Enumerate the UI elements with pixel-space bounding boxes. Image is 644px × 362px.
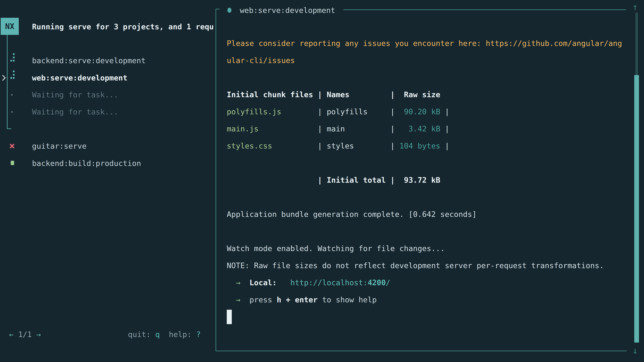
note-line: NOTE: Raw file sizes do not reflect deve… — [227, 257, 622, 274]
sidebar-item-backend-serve[interactable]: backend:serve:development — [32, 56, 146, 66]
task-group-line — [7, 35, 8, 129]
table-total-row: | Initial total | 93.72 kB — [227, 172, 622, 189]
watch-mode-line: Watch mode enabled. Watching for file ch… — [227, 240, 622, 257]
nx-logo: NX — [1, 18, 19, 35]
arrow-right-icon: → — [236, 278, 240, 287]
local-url-line: → Local: http://localhost:4200/ — [227, 274, 622, 291]
nx-terminal-ui: NX Running serve for 3 projects, and 1 r… — [0, 0, 644, 362]
scrollbar-thumb[interactable] — [634, 75, 639, 343]
task-success-icon — [11, 161, 14, 165]
quit-key: q — [155, 330, 160, 339]
local-label: Local: — [250, 278, 277, 287]
page-next-arrow[interactable]: → — [36, 330, 41, 339]
cell-divider: | — [440, 141, 449, 150]
panel-left-border — [216, 9, 216, 351]
waiting-dot-icon — [11, 111, 13, 113]
notice-line: ular-cli/issues — [227, 52, 622, 69]
sidebar-item-backend-build[interactable]: backend:build:production — [32, 158, 141, 168]
gap — [240, 295, 250, 304]
help-keys: h + enter — [277, 295, 318, 304]
page-indicator: 1/1 — [14, 330, 36, 339]
scroll-up-icon[interactable]: ↑ — [629, 2, 641, 12]
help-hint-label: help: — [160, 330, 196, 339]
indent — [227, 295, 236, 304]
blank-line — [227, 189, 622, 206]
panel-bottom-border — [216, 351, 627, 351]
table-row: polyfills.js | polyfills | 90.20 kB | — [227, 103, 622, 120]
table-row: main.js | main | 3.42 kB | — [227, 120, 622, 137]
chunk-name-cell: | polyfills | — [281, 107, 395, 116]
notice-line: Please consider reporting any issues you… — [227, 35, 622, 52]
cursor-block — [227, 310, 232, 324]
sidebar-item-web-serve[interactable]: web:serve:development — [32, 73, 128, 83]
sidebar-item-waiting-2[interactable]: Waiting for task... — [32, 107, 118, 117]
local-url[interactable]: http://localhost: — [290, 278, 368, 287]
blank-line — [227, 155, 622, 172]
keyboard-hints: quit: q help: ? — [128, 330, 201, 340]
chunk-file-name: styles.css — [227, 141, 272, 150]
sidebar-item-guitar-serve[interactable]: guitar:serve — [32, 141, 86, 151]
chunk-size: 90.20 kB — [395, 107, 440, 116]
terminal-output: Please consider reporting any issues you… — [227, 35, 622, 308]
spinner-icon — [10, 53, 15, 62]
help-text-pre: press — [250, 295, 277, 304]
blank-line — [227, 223, 622, 240]
arrow-right-icon: → — [236, 295, 240, 304]
chunk-size: 104 bytes — [395, 141, 440, 150]
chunk-file-name: polyfills.js — [227, 107, 281, 116]
pagination: ← 1/1 → — [9, 330, 41, 340]
scroll-down-icon[interactable]: ↓ — [629, 346, 641, 356]
spinner-icon — [10, 70, 15, 79]
page-prev-arrow[interactable]: ← — [9, 330, 14, 339]
quit-hint-label: quit: — [128, 330, 155, 339]
task-failed-icon: × — [8, 141, 16, 151]
task-group-line-foot — [7, 128, 11, 129]
panel-title: web:serve:development — [240, 5, 335, 15]
sidebar-item-waiting-1[interactable]: Waiting for task... — [32, 90, 118, 100]
title-dot-icon — [228, 8, 232, 13]
gap — [240, 278, 250, 287]
local-url-slash[interactable]: / — [386, 278, 390, 287]
panel-title-rule — [344, 9, 626, 10]
help-hint-line: → press h + enter to show help — [227, 291, 622, 308]
table-row: styles.css | styles | 104 bytes | — [227, 137, 622, 155]
gap — [277, 278, 290, 287]
help-key: ? — [196, 330, 200, 339]
cell-divider: | — [440, 107, 449, 116]
chevron-right-icon — [0, 75, 6, 81]
table-header: Initial chunk files | Names | Raw size — [227, 86, 622, 103]
chunk-name-cell: | main | — [258, 124, 395, 133]
chunk-file-name: main.js — [227, 124, 258, 133]
panel-top-corner — [216, 9, 220, 9]
waiting-dot-icon — [11, 94, 13, 96]
local-url-port[interactable]: 4200 — [368, 278, 386, 287]
page-title: Running serve for 3 projects, and 1 requ — [32, 22, 214, 32]
blank-line — [227, 69, 622, 86]
chunk-size: 3.42 kB — [395, 124, 440, 133]
cell-divider: | — [440, 124, 449, 133]
indent — [227, 278, 236, 287]
help-text-post: to show help — [318, 295, 377, 304]
bundle-complete-line: Application bundle generation complete. … — [227, 206, 622, 223]
chunk-name-cell: | styles | — [272, 141, 395, 150]
task-sidebar: NX Running serve for 3 projects, and 1 r… — [0, 0, 216, 362]
